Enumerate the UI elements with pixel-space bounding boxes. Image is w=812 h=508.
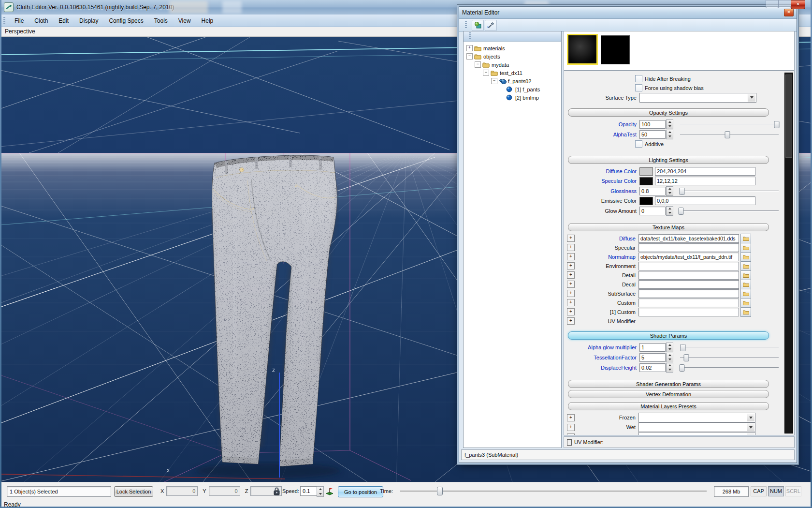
spinner[interactable] [666,353,673,362]
material-thumbnail-selected[interactable] [567,34,598,65]
toolbar-grip[interactable] [465,21,467,29]
slider-thumb[interactable] [679,208,684,215]
tree-item-f-pants02[interactable]: −f_pants02 [464,77,561,85]
tree-toggle[interactable]: − [483,70,489,76]
param-input-glossiness[interactable]: 0.8 [639,187,666,195]
param-input-alpha-glow-multiplier[interactable]: 1 [639,343,666,352]
checkbox-hide-after-breaking[interactable] [635,75,642,82]
spinner[interactable] [666,343,673,352]
time-slider-thumb[interactable] [437,487,443,495]
tree-toggle[interactable]: − [466,53,473,60]
slider-thumb[interactable] [683,354,689,361]
spin-down-icon[interactable] [668,135,671,137]
browse-button[interactable] [740,289,751,299]
minimize-button[interactable] [766,0,779,8]
spin-up-icon[interactable] [668,208,671,209]
spin-down-icon[interactable] [668,192,671,194]
combo-arrow-icon[interactable] [747,433,754,435]
section-texture-maps[interactable]: Texture Maps [568,223,769,231]
menu-item-edit[interactable]: Edit [53,15,74,27]
spin-down-icon[interactable] [668,369,671,371]
param-slider[interactable] [679,353,780,362]
color-swatch-specular-color[interactable] [639,177,653,185]
additive-checkbox[interactable] [635,140,642,148]
scrollbar-thumb[interactable] [785,75,792,158]
param-slider[interactable] [679,120,780,129]
expand-plus-button[interactable]: + [567,253,575,260]
expand-plus-button[interactable]: + [567,414,575,421]
view-mode-label[interactable]: Perspective [5,28,35,35]
combo-arrow-icon[interactable] [747,423,754,431]
texture-path-1-custom[interactable] [638,308,739,316]
spinner[interactable] [666,130,673,139]
tree-item-materials[interactable]: +materials [464,44,561,52]
spin-down-icon[interactable] [668,125,671,127]
browse-button[interactable] [740,243,751,253]
browse-button[interactable] [740,261,751,271]
pick-material-button[interactable] [485,20,497,31]
coords-lock[interactable] [274,486,280,496]
tree-item-objects[interactable]: −objects [464,52,561,60]
slider-thumb[interactable] [680,364,685,372]
texture-path-specular[interactable] [638,243,739,252]
spin-up-icon[interactable] [668,364,671,366]
browse-button[interactable] [740,280,751,289]
param-slider[interactable] [679,187,780,195]
browse-button[interactable] [740,252,751,262]
slider-thumb[interactable] [774,121,779,128]
spinner[interactable] [666,186,673,196]
spinner[interactable] [666,120,673,129]
coord-input-x[interactable]: 0 [166,486,198,496]
section-shader-params[interactable]: Shader Params [568,331,769,340]
expand-plus-button[interactable]: + [567,244,575,251]
tree-toggle[interactable]: − [491,78,497,84]
color-swatch-emissive-color[interactable] [639,197,653,205]
section-material-layers-presets[interactable]: Material Layers Presets [568,402,769,410]
spin-down-icon[interactable] [668,348,671,350]
spin-down-icon[interactable] [319,493,322,495]
expand-plus-button[interactable]: + [567,308,575,315]
material-editor-titlebar[interactable]: Material Editor ✕ [459,7,797,19]
menu-item-tools[interactable]: Tools [149,15,173,27]
assign-material-button[interactable] [472,20,484,31]
section-opacity-settings[interactable]: Opacity Settings [568,108,769,117]
tree-toggle[interactable]: − [475,61,481,68]
tree-item-2-bmimp[interactable]: [2] bmImp [464,93,561,102]
menu-item-view[interactable]: View [173,15,196,27]
param-slider[interactable] [679,130,780,139]
tree-item-test-dx11[interactable]: −test_dx11 [464,69,561,77]
material-editor-window[interactable]: Material Editor ✕ +materials−objects− [459,6,797,463]
expand-plus-button[interactable]: + [567,271,575,279]
slider-thumb[interactable] [725,131,730,138]
param-input-opacity[interactable]: 100 [639,120,666,129]
expand-plus-button[interactable]: + [567,433,575,436]
spin-down-icon[interactable] [668,359,671,360]
spin-up-icon[interactable] [668,354,671,356]
tree-item-1-f-pants[interactable]: [1] f_pants [464,85,561,93]
section-vertex-deformation[interactable]: Vertex Deformation [568,390,769,398]
color-value-emissive-color[interactable]: 0,0,0 [655,196,755,205]
menu-item-display[interactable]: Display [74,15,103,27]
color-value-specular-color[interactable]: 12,12,12 [655,177,755,185]
texture-path-environment[interactable] [638,262,739,270]
expand-plus-button[interactable]: + [567,290,575,297]
param-input-alphatest[interactable]: 50 [639,130,666,139]
slider-thumb[interactable] [680,188,685,195]
spin-down-icon[interactable] [668,212,671,214]
uv-modifier-bar[interactable]: UV Modifier: [564,436,795,448]
browse-button[interactable] [740,298,751,308]
browse-button[interactable] [740,234,751,243]
texture-path-diffuse[interactable]: data/test_dx11/bake_basetexbaked01.dds [638,234,739,243]
param-slider[interactable] [679,363,780,372]
param-input-glow-amount[interactable]: 0 [639,207,666,215]
main-close-button[interactable]: ✕ [791,0,805,9]
tree-toggle[interactable]: + [466,45,473,51]
section-lighting-settings[interactable]: Lighting Settings [568,156,769,164]
coord-input-y[interactable]: 0 [209,486,240,496]
tree-grip[interactable] [469,32,471,40]
expand-plus-button[interactable]: + [567,262,575,269]
spin-up-icon[interactable] [668,121,671,123]
layer-combo-frozen[interactable] [638,413,755,422]
browse-button[interactable] [740,270,751,280]
expand-plus-button[interactable]: + [567,235,575,242]
